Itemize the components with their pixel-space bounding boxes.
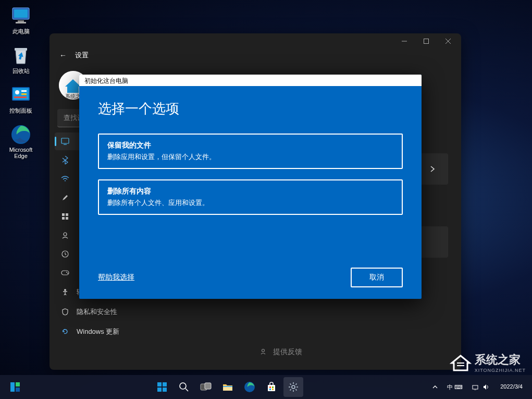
recovery-option-expand[interactable] [417, 153, 448, 185]
feedback-link[interactable]: 提供反馈 [261, 347, 302, 357]
search-button[interactable] [174, 377, 194, 397]
option-description: 删除所有个人文件、应用和设置。 [107, 198, 393, 208]
store-button[interactable] [262, 377, 281, 397]
svg-rect-1 [14, 9, 28, 18]
option-title: 保留我的文件 [107, 141, 393, 150]
pc-icon [10, 5, 31, 26]
nav-label: 隐私和安全性 [77, 307, 117, 317]
network-icon [472, 384, 479, 390]
svg-rect-49 [272, 386, 274, 388]
bluetooth-icon [61, 156, 69, 164]
control-panel-icon [10, 84, 31, 105]
svg-point-30 [262, 349, 265, 352]
system-tray: 中 ⌨ 2022/3/4 [429, 381, 527, 393]
svg-point-28 [67, 273, 68, 274]
svg-rect-20 [62, 213, 65, 216]
apps-icon [61, 212, 69, 221]
svg-rect-53 [473, 385, 478, 389]
game-icon [61, 269, 69, 277]
svg-text:系统之: 系统之 [65, 93, 81, 99]
desktop-icon-label: Microsoft Edge [9, 147, 33, 159]
desktop-icon-label: 控制面板 [9, 107, 32, 115]
watermark-text: 系统之家 [475, 352, 526, 368]
network-volume-tray[interactable] [469, 382, 493, 392]
desktop-icon-recycle-bin[interactable]: 回收站 [4, 45, 38, 75]
svg-point-29 [64, 289, 66, 291]
svg-rect-37 [163, 382, 167, 386]
taskbar-center [26, 377, 429, 397]
maximize-button[interactable] [415, 34, 437, 49]
svg-point-40 [180, 383, 186, 389]
nav-label: Windows 更新 [77, 327, 119, 336]
accessibility-icon [61, 288, 69, 296]
svg-point-24 [64, 233, 67, 236]
svg-rect-38 [157, 388, 162, 392]
svg-rect-34 [16, 382, 20, 386]
nav-item-update[interactable]: Windows 更新 [55, 322, 195, 341]
dialog-title-bar: 初始化这台电脑 [79, 75, 422, 86]
window-titlebar [50, 33, 461, 49]
settings-header: ← 设置 [50, 49, 461, 67]
start-button[interactable] [152, 377, 172, 397]
back-button[interactable]: ← [57, 49, 69, 62]
tray-overflow[interactable] [429, 383, 441, 391]
reset-option-remove-everything[interactable]: 删除所有内容 删除所有个人文件、应用和设置。 [98, 179, 403, 215]
cancel-button[interactable]: 取消 [351, 268, 403, 287]
svg-rect-23 [66, 217, 68, 220]
svg-rect-51 [272, 389, 274, 390]
option-title: 删除所有内容 [107, 187, 393, 196]
svg-rect-18 [61, 138, 69, 143]
reset-option-keep-files[interactable]: 保留我的文件 删除应用和设置，但保留个人文件。 [98, 134, 403, 169]
dialog-heading: 选择一个选项 [98, 100, 403, 118]
svg-point-7 [15, 90, 19, 94]
brush-icon [61, 194, 69, 202]
svg-rect-22 [62, 217, 65, 220]
svg-rect-47 [268, 385, 275, 391]
desktop-icon-label: 此电脑 [13, 28, 30, 35]
edge-icon [10, 124, 31, 145]
svg-rect-36 [157, 382, 162, 386]
svg-rect-35 [16, 388, 20, 392]
option-description: 删除应用和设置，但保留个人文件。 [107, 152, 393, 162]
desktop-icon-edge[interactable]: Microsoft Edge [4, 124, 38, 159]
task-view-button[interactable] [196, 377, 216, 397]
svg-rect-3 [16, 22, 26, 23]
recovery-option-card[interactable] [417, 226, 448, 258]
svg-rect-43 [205, 383, 211, 389]
system-icon [61, 137, 69, 146]
widgets-button[interactable] [5, 377, 25, 397]
taskbar: 中 ⌨ 2022/3/4 [0, 375, 532, 399]
taskbar-datetime[interactable]: 2022/3/4 [496, 383, 527, 390]
svg-line-41 [185, 389, 188, 391]
minimize-button[interactable] [393, 34, 415, 49]
close-button[interactable] [437, 34, 459, 49]
svg-rect-33 [10, 382, 15, 392]
svg-rect-2 [18, 20, 24, 22]
svg-rect-39 [163, 388, 167, 392]
nav-item-privacy[interactable]: 隐私和安全性 [55, 303, 195, 321]
svg-rect-8 [21, 90, 27, 92]
feedback-icon [261, 348, 268, 356]
svg-rect-45 [223, 386, 232, 387]
recycle-icon [10, 45, 31, 66]
desktop-icon-control-panel[interactable]: 控制面板 [4, 84, 38, 115]
help-link[interactable]: 帮助我选择 [98, 273, 134, 282]
watermark-subtitle: XITONGZHIJIA.NET [475, 368, 526, 373]
file-explorer-button[interactable] [218, 377, 238, 397]
account-icon [61, 231, 69, 239]
reset-pc-dialog: 初始化这台电脑 选择一个选项 保留我的文件 删除应用和设置，但保留个人文件。 删… [79, 75, 422, 299]
edge-taskbar-button[interactable] [240, 377, 259, 397]
time-icon [61, 250, 69, 258]
wifi-icon [61, 175, 69, 183]
ime-indicator[interactable]: 中 ⌨ [444, 381, 466, 393]
svg-rect-50 [269, 389, 271, 390]
svg-rect-21 [66, 213, 68, 216]
taskbar-date: 2022/3/4 [500, 383, 523, 390]
desktop-icon-this-pc[interactable]: 此电脑 [4, 5, 38, 35]
svg-rect-26 [61, 271, 69, 275]
svg-rect-48 [269, 386, 271, 388]
settings-taskbar-button[interactable] [283, 377, 303, 397]
svg-point-27 [66, 272, 67, 273]
svg-rect-9 [21, 93, 27, 95]
watermark-logo-icon [450, 353, 472, 372]
